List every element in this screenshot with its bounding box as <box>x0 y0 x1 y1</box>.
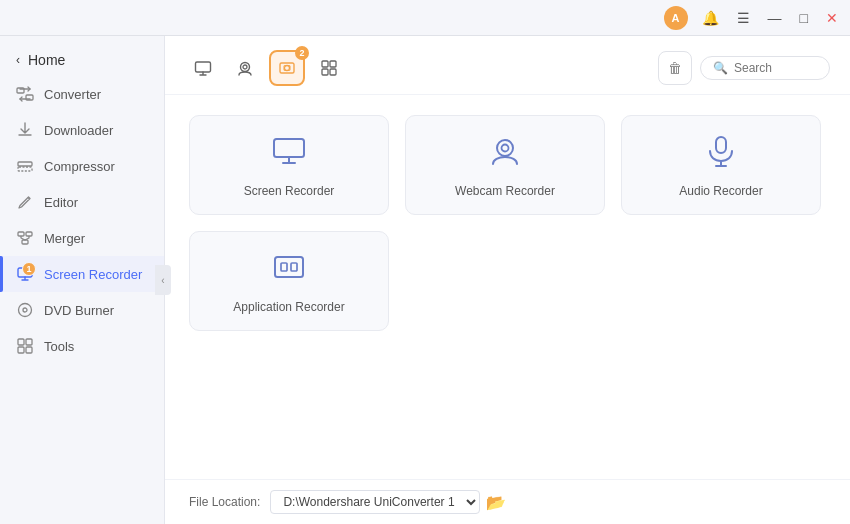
footer: File Location: D:\Wondershare UniConvert… <box>165 479 850 524</box>
search-input[interactable] <box>734 61 824 75</box>
toolbar-tool-badge: 2 <box>295 46 309 60</box>
cards-area: Screen RecorderWebcam RecorderAudio Reco… <box>165 95 850 479</box>
svg-rect-27 <box>274 139 304 157</box>
close-button[interactable]: ✕ <box>822 8 842 28</box>
title-bar-controls: A 🔔 ☰ — □ ✕ <box>664 6 842 30</box>
toolbar-screen-button[interactable] <box>185 50 221 86</box>
sidebar-item-downloader[interactable]: Downloader <box>0 112 164 148</box>
folder-open-button[interactable]: 📂 <box>486 493 506 512</box>
svg-rect-34 <box>281 263 287 271</box>
sidebar-item-label: Tools <box>44 339 74 354</box>
search-icon: 🔍 <box>713 61 728 75</box>
sidebar-item-label: Compressor <box>44 159 115 174</box>
sidebar-badge: 1 <box>22 262 36 276</box>
svg-rect-14 <box>26 339 32 345</box>
screen-recorder-card-label: Screen Recorder <box>244 184 335 198</box>
sidebar-collapse-button[interactable]: ‹ <box>155 265 171 295</box>
maximize-button[interactable]: □ <box>796 8 812 28</box>
sidebar-item-tools[interactable]: Tools <box>0 328 164 364</box>
audio-recorder-card-icon <box>703 133 739 176</box>
svg-rect-33 <box>275 257 303 277</box>
main-content: 2 🗑 🔍 Screen RecorderWebcam RecorderAudi… <box>165 36 850 524</box>
svg-point-11 <box>19 304 32 317</box>
compressor-icon <box>16 157 34 175</box>
webcam-recorder-card-label: Webcam Recorder <box>455 184 555 198</box>
svg-rect-17 <box>196 62 211 72</box>
svg-rect-23 <box>322 61 328 67</box>
svg-point-18 <box>241 63 250 72</box>
sidebar-item-compressor[interactable]: Compressor <box>0 148 164 184</box>
application-recorder-card-icon <box>271 249 307 292</box>
footer-path: D:\Wondershare UniConverter 1 📂 <box>270 490 506 514</box>
svg-point-29 <box>502 144 509 151</box>
sidebar: ‹ Home ConverterDownloaderCompressorEdit… <box>0 36 165 524</box>
svg-rect-24 <box>330 61 336 67</box>
search-box: 🔍 <box>700 56 830 80</box>
toolbar-right: 🗑 🔍 <box>658 51 830 85</box>
toolbar: 2 🗑 🔍 <box>165 36 850 95</box>
menu-button[interactable]: ☰ <box>733 8 754 28</box>
user-avatar-button[interactable]: A <box>664 6 688 30</box>
toolbar-grid-button[interactable] <box>311 50 347 86</box>
sidebar-home[interactable]: ‹ Home <box>0 44 164 76</box>
cards-row-1: Screen RecorderWebcam RecorderAudio Reco… <box>189 115 826 215</box>
svg-rect-25 <box>322 69 328 75</box>
sidebar-item-label: Downloader <box>44 123 113 138</box>
svg-point-28 <box>497 140 513 156</box>
webcam-recorder-card-icon <box>487 133 523 176</box>
cards-row-2: Application Recorder <box>189 231 826 331</box>
svg-rect-15 <box>18 347 24 353</box>
sidebar-items: ConverterDownloaderCompressorEditorMerge… <box>0 76 164 364</box>
svg-rect-35 <box>291 263 297 271</box>
svg-rect-26 <box>330 69 336 75</box>
sidebar-item-screen-recorder[interactable]: Screen Recorder1 <box>0 256 164 292</box>
sidebar-item-dvd-burner[interactable]: DVD Burner <box>0 292 164 328</box>
toolbar-app-recorder-button[interactable]: 2 <box>269 50 305 86</box>
svg-rect-30 <box>716 137 726 153</box>
card-screen-recorder[interactable]: Screen Recorder <box>189 115 389 215</box>
minimize-button[interactable]: — <box>764 8 786 28</box>
title-bar: A 🔔 ☰ — □ ✕ <box>0 0 850 36</box>
svg-rect-13 <box>18 339 24 345</box>
editor-icon <box>16 193 34 211</box>
svg-point-21 <box>285 66 290 71</box>
file-location-label: File Location: <box>189 495 260 509</box>
sidebar-item-label: Screen Recorder <box>44 267 142 282</box>
sidebar-item-label: Converter <box>44 87 101 102</box>
app-body: ‹ Home ConverterDownloaderCompressorEdit… <box>0 36 850 524</box>
tools-icon <box>16 337 34 355</box>
screen-recorder-card-icon <box>271 133 307 176</box>
chevron-left-icon: ‹ <box>16 53 20 67</box>
svg-point-12 <box>23 308 27 312</box>
delete-button[interactable]: 🗑 <box>658 51 692 85</box>
card-webcam-recorder[interactable]: Webcam Recorder <box>405 115 605 215</box>
sidebar-item-merger[interactable]: Merger <box>0 220 164 256</box>
dvd-burner-icon <box>16 301 34 319</box>
toolbar-tools: 2 <box>185 50 347 86</box>
sidebar-item-label: DVD Burner <box>44 303 114 318</box>
downloader-icon <box>16 121 34 139</box>
svg-rect-4 <box>18 162 32 166</box>
sidebar-item-label: Merger <box>44 231 85 246</box>
application-recorder-card-label: Application Recorder <box>233 300 344 314</box>
svg-rect-6 <box>18 232 24 236</box>
card-application-recorder[interactable]: Application Recorder <box>189 231 389 331</box>
audio-recorder-card-label: Audio Recorder <box>679 184 762 198</box>
notifications-button[interactable]: 🔔 <box>698 8 723 28</box>
sidebar-item-converter[interactable]: Converter <box>0 76 164 112</box>
svg-rect-16 <box>26 347 32 353</box>
sidebar-item-label: Editor <box>44 195 78 210</box>
sidebar-item-editor[interactable]: Editor <box>0 184 164 220</box>
svg-rect-7 <box>26 232 32 236</box>
card-audio-recorder[interactable]: Audio Recorder <box>621 115 821 215</box>
toolbar-webcam-button[interactable] <box>227 50 263 86</box>
converter-icon <box>16 85 34 103</box>
home-label: Home <box>28 52 65 68</box>
svg-point-19 <box>243 65 247 69</box>
merger-icon <box>16 229 34 247</box>
svg-rect-20 <box>280 63 294 73</box>
path-select[interactable]: D:\Wondershare UniConverter 1 <box>270 490 480 514</box>
svg-rect-5 <box>18 167 32 171</box>
